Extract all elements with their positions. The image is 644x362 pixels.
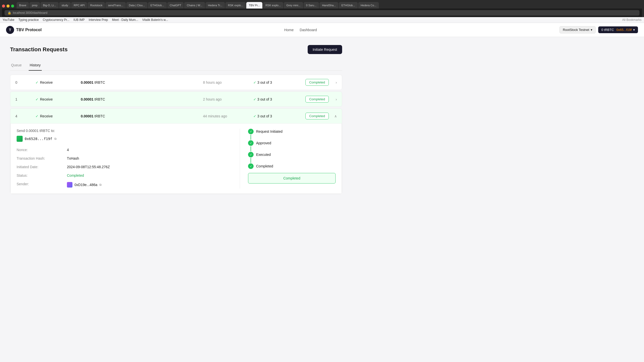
maximize-btn[interactable] (11, 5, 14, 8)
wallet-badge[interactable]: 0 tRBTC 0x65...f19f ▾ (598, 26, 638, 33)
step-check-icon: ✓ (248, 129, 254, 134)
browser-tab[interactable]: Brave (17, 2, 29, 9)
browser-chrome: Brave prep Big-O, Li... study RPC API Ro… (0, 0, 644, 17)
tx-amount-value: 0.00001 (81, 80, 94, 84)
status-badge: Completed (305, 113, 329, 119)
all-bookmarks[interactable]: All Bookmarks (622, 18, 641, 22)
to-address-text: 0x6528...f19f (25, 137, 52, 141)
tx-currency: tRBTC (95, 80, 105, 84)
to-address-avatar (17, 136, 23, 142)
initiate-request-button[interactable]: Initiate Request (308, 45, 342, 54)
approvals-check-icon: ✓ (253, 114, 256, 118)
tx-expand-button[interactable]: › (329, 80, 337, 84)
progress-steps: ✓ Request Initiated ✓ Approved (248, 129, 336, 169)
nonce-value: 4 (67, 147, 232, 153)
address-bar[interactable]: 🔒 localhost:3000/dashboard (5, 10, 639, 16)
browser-tab[interactable]: Hedera Tr... (206, 2, 225, 9)
app-logo: T TBV Protocol (6, 26, 42, 34)
step-approved: ✓ Approved (248, 140, 336, 152)
bookmark-iub[interactable]: IUB IMP (73, 18, 85, 22)
tx-type: ✓ Receive (35, 80, 81, 84)
nonce-label: Nonce: (17, 147, 67, 153)
tx-details-panel: Send 0.00001 tRBTC to: 0x6528...f19f ⧉ N… (10, 123, 342, 194)
browser-tab[interactable]: Rootstock (88, 2, 105, 9)
send-label: Send 0.00001 tRBTC to: (17, 129, 55, 133)
browser-tab[interactable]: 0 Saru... (304, 2, 319, 9)
status-value: Completed (67, 172, 232, 178)
network-selector[interactable]: RootStock Testnet ▾ (559, 26, 596, 33)
bookmark-interview[interactable]: Interview Prep (89, 18, 108, 22)
browser-tab[interactable]: HandSha... (319, 2, 338, 9)
tx-type-label: Receive (40, 80, 53, 84)
tx-collapse-button[interactable]: ∧ (329, 114, 337, 118)
browser-tab[interactable]: study (59, 2, 71, 9)
step-line (251, 158, 251, 163)
sender-address: 0xD19e...486a (74, 183, 97, 187)
close-btn[interactable] (2, 5, 5, 8)
table-row[interactable]: 1 ✓ Receive 0.00001 tRBTC 2 hours ago ✓ … (10, 92, 342, 107)
initiated-label: Initiated Date: (17, 164, 67, 170)
browser-tab[interactable]: Big-O, Li... (41, 2, 59, 9)
sender-value: 0xD19e...486a ⧉ (67, 181, 232, 189)
nav-dashboard[interactable]: Dashboard (300, 28, 317, 32)
bookmark-youtube[interactable]: YouTube (3, 18, 14, 22)
nav-home[interactable]: Home (284, 28, 294, 32)
bookmark-crypto[interactable]: Cryptocurrency Pr... (43, 18, 69, 22)
browser-tab[interactable]: prep (29, 2, 40, 9)
copy-address-button[interactable]: ⧉ (54, 137, 57, 141)
tx-amount: 0.00001 tRBTC (81, 97, 203, 101)
browser-tab-active[interactable]: TBV Pr... (246, 2, 262, 9)
tx-approvals: ✓ 3 out of 3 (253, 97, 294, 101)
step-line (251, 135, 251, 140)
browser-addressbar: 🔒 localhost:3000/dashboard (2, 9, 642, 17)
browser-tab[interactable]: Data | Clou... (126, 2, 147, 9)
browser-tab[interactable]: Grey mini... (284, 2, 303, 9)
step-check-icon: ✓ (248, 140, 254, 146)
tabs: Queue History (10, 61, 342, 71)
tx-status: Completed (294, 79, 329, 86)
browser-tab[interactable]: RSK explo... (225, 2, 246, 9)
copy-sender-button[interactable]: ⧉ (99, 183, 102, 187)
table-row[interactable]: 0 ✓ Receive 0.00001 tRBTC 8 hours ago ✓ … (10, 75, 342, 90)
status-badge: Completed (305, 96, 329, 103)
tx-time: 8 hours ago (203, 80, 253, 84)
step-executed: ✓ Executed (248, 152, 336, 163)
bookmarks-bar: YouTube Typing practice Cryptocurrency P… (0, 17, 644, 23)
browser-tab[interactable]: Hedera Co... (358, 2, 379, 9)
browser-tab[interactable]: Chains | W... (184, 2, 205, 9)
tx-expand-button[interactable]: › (329, 97, 337, 101)
tab-history[interactable]: History (29, 61, 42, 71)
tx-approvals: ✓ 3 out of 3 (253, 80, 294, 84)
status-label: Status: (17, 172, 67, 178)
page-title: Transaction Requests (10, 46, 68, 53)
chevron-down-icon-wallet: ▾ (633, 28, 635, 32)
txhash-value: TxHash (67, 155, 232, 161)
browser-tab[interactable]: ETHGlob... (339, 2, 357, 9)
browser-tab[interactable]: RSK explo... (263, 2, 283, 9)
tab-queue[interactable]: Queue (10, 61, 23, 71)
tx-time: 2 hours ago (203, 97, 253, 101)
browser-tab[interactable]: ETHGlob... (148, 2, 167, 9)
tx-amount: 0.00001 tRBTC (81, 80, 203, 84)
chevron-down-icon: ▾ (591, 28, 592, 32)
table-row[interactable]: 4 ✓ Receive 0.00001 tRBTC 44 minutes ago… (10, 109, 342, 123)
browser-tab[interactable]: RPC API (71, 2, 87, 9)
tx-approvals-value: 3 out of 3 (257, 80, 272, 84)
minimize-btn[interactable] (7, 5, 10, 8)
tx-row-wrapper-1: 1 ✓ Receive 0.00001 tRBTC 2 hours ago ✓ … (10, 92, 342, 107)
tx-id: 4 (15, 114, 35, 118)
tx-details-right: ✓ Request Initiated ✓ Approved (240, 129, 336, 189)
bookmark-typing[interactable]: Typing practice (18, 18, 39, 22)
bookmark-vitalik[interactable]: Vitalik Buterin's w... (142, 18, 168, 22)
bookmark-meet[interactable]: Meet - Daily Mum... (112, 18, 138, 22)
to-address-display: 0x6528...f19f ⧉ (17, 136, 232, 142)
tx-row-wrapper-0: 0 ✓ Receive 0.00001 tRBTC 8 hours ago ✓ … (10, 75, 342, 90)
tx-row-wrapper-4: 4 ✓ Receive 0.00001 tRBTC 44 minutes ago… (10, 108, 342, 194)
browser-tab[interactable]: sendTrans... (105, 2, 126, 9)
browser-tab[interactable]: ChatGPT (167, 2, 184, 9)
nav-links: Home Dashboard (284, 28, 317, 32)
wallet-balance: 0 tRBTC (601, 28, 614, 32)
wallet-address: 0x65...f19f (616, 28, 632, 32)
check-icon: ✓ (35, 80, 38, 84)
main-content: Transaction Requests Initiate Request Qu… (0, 37, 352, 204)
